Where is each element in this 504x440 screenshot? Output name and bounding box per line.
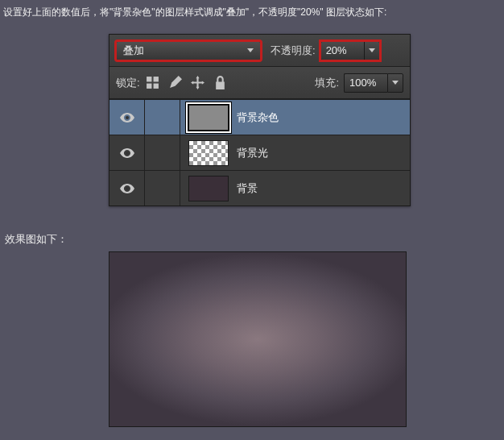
lock-label: 锁定: <box>116 76 140 90</box>
layer-name: 背景 <box>237 181 258 196</box>
result-preview <box>109 251 407 427</box>
blend-opacity-row: 叠加 不透明度: 20% <box>109 35 410 67</box>
layer-name: 背景杂色 <box>237 110 279 125</box>
layer-row[interactable]: 背景光 <box>109 135 410 170</box>
layer-link-gap <box>145 100 180 135</box>
chevron-down-icon <box>247 48 254 52</box>
fill-value: 100% <box>344 73 387 93</box>
layer-row[interactable]: 背景 <box>109 170 410 205</box>
visibility-toggle[interactable] <box>109 135 145 170</box>
visibility-toggle[interactable] <box>109 100 145 135</box>
layer-thumbnail[interactable] <box>188 176 229 201</box>
svg-rect-1 <box>153 77 158 81</box>
svg-point-5 <box>126 152 129 155</box>
layer-thumbnail[interactable] <box>188 105 229 131</box>
blend-mode-dropdown[interactable]: 叠加 <box>116 41 261 60</box>
blend-mode-value: 叠加 <box>123 44 144 58</box>
transparency-lock-icon[interactable] <box>145 76 160 89</box>
layer-link-gap <box>145 135 180 170</box>
lock-fill-row: 锁定: 填充: 100% <box>109 67 410 99</box>
fill-spinbox[interactable]: 100% <box>344 73 403 93</box>
fill-stepper[interactable] <box>387 73 403 93</box>
layers-panel: 叠加 不透明度: 20% 锁定: 填充: 100% <box>109 34 411 206</box>
layer-row[interactable]: 背景杂色 <box>109 99 410 135</box>
move-lock-icon[interactable] <box>190 76 205 89</box>
lock-icons <box>145 76 228 89</box>
layer-name: 背景光 <box>237 146 268 160</box>
layer-link-gap <box>145 171 180 205</box>
svg-rect-0 <box>147 77 151 81</box>
svg-rect-2 <box>147 84 151 89</box>
layer-thumbnail[interactable] <box>188 140 229 166</box>
opacity-label: 不透明度: <box>271 44 316 58</box>
fill-label: 填充: <box>315 76 339 90</box>
svg-point-6 <box>126 187 129 190</box>
opacity-stepper[interactable] <box>364 41 380 60</box>
opacity-spinbox[interactable]: 20% <box>320 41 380 60</box>
brush-lock-icon[interactable] <box>167 76 183 89</box>
instruction-text: 设置好上面的数值后，将"背景杂色"的图层样式调成"叠加"，不透明度"20%" 图… <box>0 0 504 31</box>
layers-list: 背景杂色 背景光 背景 <box>109 99 410 205</box>
result-label: 效果图如下： <box>5 232 68 247</box>
opacity-value: 20% <box>320 41 364 60</box>
svg-rect-3 <box>153 84 158 89</box>
visibility-toggle[interactable] <box>109 171 145 205</box>
full-lock-icon[interactable] <box>213 76 228 89</box>
svg-point-4 <box>126 116 129 119</box>
